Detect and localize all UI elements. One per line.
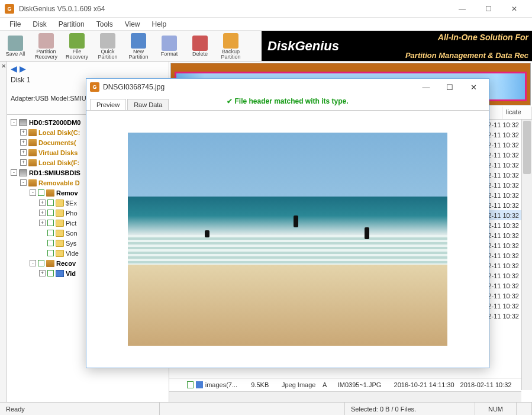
- toolbar: Save AllPartitionRecoveryFileRecoveryQui…: [0, 31, 532, 62]
- preview-tabs: Preview Raw Data ✔File header matched wi…: [86, 95, 489, 111]
- disk-prev-button[interactable]: ◀: [11, 64, 17, 73]
- scrollbar-vertical[interactable]: [521, 120, 532, 390]
- tool-label: Format: [161, 52, 178, 57]
- table-row[interactable]: 2-11 10:32: [488, 150, 521, 160]
- cell-time: 2-11 10:32: [488, 162, 519, 169]
- expand-toggle[interactable]: -: [11, 119, 17, 126]
- tree-checkbox[interactable]: [47, 270, 54, 276]
- tree-label: $Ex: [66, 200, 77, 207]
- table-row[interactable]: 2-11 10:32: [488, 311, 521, 321]
- expand-toggle[interactable]: +: [39, 220, 46, 226]
- tree-checkbox[interactable]: [47, 250, 54, 256]
- banner-line1: All-In-One Solution For: [438, 33, 528, 42]
- table-row[interactable]: 2-11 10:32: [488, 190, 521, 200]
- table-row[interactable]: images(7... 9.5KB Jpeg Image A IM0395~1.…: [169, 378, 521, 390]
- menu-tools[interactable]: Tools: [91, 19, 119, 30]
- table-row[interactable]: 2-11 10:32: [488, 120, 521, 130]
- table-row[interactable]: 2-11 10:32: [488, 301, 521, 311]
- cell-time: 2-11 10:32: [488, 152, 519, 159]
- disk-next-button[interactable]: ▶: [20, 64, 26, 73]
- cell-time: 2-11 10:32: [488, 232, 519, 239]
- tree-checkbox[interactable]: [47, 220, 54, 226]
- expand-toggle[interactable]: +: [39, 270, 46, 276]
- table-row[interactable]: 2-11 10:32: [488, 220, 521, 230]
- tree-checkbox[interactable]: [47, 240, 54, 246]
- part-icon: [28, 139, 37, 146]
- tree-label: Local Disk(F:: [38, 159, 79, 166]
- tree-label: Son: [66, 230, 78, 237]
- table-row[interactable]: 2-11 10:32: [488, 240, 521, 250]
- menu-view[interactable]: View: [119, 19, 146, 30]
- tool-backup-partition[interactable]: BackupPartition: [215, 32, 246, 60]
- table-row[interactable]: 2-11 10:32: [488, 291, 521, 301]
- tool-label: Save All: [6, 52, 25, 57]
- maximize-button[interactable]: ☐: [475, 1, 501, 17]
- menu-help[interactable]: Help: [146, 19, 173, 30]
- cell-time: 2-11 10:32: [488, 202, 519, 209]
- tool-format[interactable]: Format: [154, 32, 185, 60]
- cell-modified: 2018-02-11 10:32: [460, 381, 521, 388]
- tool-save-all[interactable]: Save All: [0, 32, 31, 60]
- cell-time: 2-11 10:32: [488, 242, 519, 249]
- scrollbar-horizontal[interactable]: [169, 391, 521, 402]
- expand-toggle[interactable]: +: [39, 200, 46, 206]
- expand-toggle[interactable]: +: [20, 139, 27, 146]
- table-row[interactable]: 2-11 10:32: [488, 230, 521, 240]
- table-row[interactable]: 2-11 10:32: [488, 260, 521, 271]
- fold-icon: [56, 230, 64, 237]
- menu-disk[interactable]: Disk: [27, 19, 52, 30]
- tool-new-partition[interactable]: NewPartition: [123, 32, 154, 60]
- table-row[interactable]: 2-11 10:32: [488, 130, 521, 140]
- preview-minimize-button[interactable]: —: [414, 79, 438, 95]
- fold-icon: [56, 210, 64, 217]
- preview-titlebar[interactable]: G DNSGI0368745.jpg — ☐ ✕: [86, 79, 489, 95]
- expand-toggle[interactable]: -: [20, 179, 27, 186]
- tree-checkbox[interactable]: [47, 210, 54, 216]
- table-row[interactable]: 2-11 10:32: [488, 250, 521, 260]
- tree-checkbox[interactable]: [38, 189, 44, 196]
- panel-collapse-button[interactable]: ✕: [0, 62, 7, 402]
- tree-checkbox[interactable]: [38, 260, 44, 266]
- scroll-thumb[interactable]: [523, 121, 531, 174]
- preview-maximize-button[interactable]: ☐: [438, 79, 462, 95]
- expand-toggle[interactable]: +: [39, 210, 46, 216]
- close-button[interactable]: ✕: [501, 1, 527, 17]
- menu-file[interactable]: File: [4, 19, 27, 30]
- column-duplicate[interactable]: licate: [502, 107, 532, 119]
- minimize-button[interactable]: —: [449, 1, 475, 17]
- tree-label: HD0:ST2000DM0: [29, 119, 80, 126]
- expand-toggle[interactable]: -: [30, 260, 36, 266]
- tool-label: FileRecovery: [66, 49, 88, 60]
- tree-checkbox[interactable]: [47, 200, 54, 206]
- tool-file-recovery[interactable]: FileRecovery: [62, 32, 92, 60]
- tool-delete[interactable]: Delete: [185, 32, 215, 60]
- expand-toggle[interactable]: -: [11, 169, 17, 176]
- expand-toggle[interactable]: +: [20, 129, 27, 136]
- cell-time: 2-11 10:32: [488, 252, 519, 259]
- expand-toggle[interactable]: -: [30, 189, 36, 196]
- preview-close-button[interactable]: ✕: [462, 79, 485, 95]
- tool-label: PartitionRecovery: [35, 49, 57, 60]
- table-row[interactable]: 2-11 10:32: [488, 271, 521, 281]
- menu-partition[interactable]: Partition: [53, 19, 91, 30]
- expand-toggle[interactable]: +: [20, 159, 27, 166]
- save-all-icon: [8, 36, 23, 51]
- cell-type: Jpeg Image: [282, 381, 323, 388]
- tool-partition-recovery[interactable]: PartitionRecovery: [31, 32, 62, 60]
- part-icon: [46, 189, 54, 197]
- tree-checkbox[interactable]: [47, 230, 54, 236]
- table-row[interactable]: 2-11 10:32: [488, 160, 521, 170]
- table-row[interactable]: 2-11 10:32: [488, 210, 521, 220]
- table-row[interactable]: 2-11 10:32: [488, 170, 521, 180]
- table-row[interactable]: 2-11 10:32: [488, 281, 521, 291]
- preview-message-text: File header matched with its type.: [234, 97, 348, 105]
- table-row[interactable]: 2-11 10:32: [488, 180, 521, 190]
- tree-label: Sys: [66, 240, 76, 247]
- table-row[interactable]: 2-11 10:32: [488, 140, 521, 150]
- row-checkbox[interactable]: [187, 381, 194, 388]
- cell-time: 2-11 10:32: [488, 313, 519, 320]
- expand-toggle[interactable]: +: [20, 149, 27, 156]
- table-row[interactable]: 2-11 10:32: [488, 200, 521, 210]
- banner-line2: Partition Management & Data Rec: [405, 51, 528, 60]
- tool-quick-partition[interactable]: QuickPartition: [92, 32, 123, 60]
